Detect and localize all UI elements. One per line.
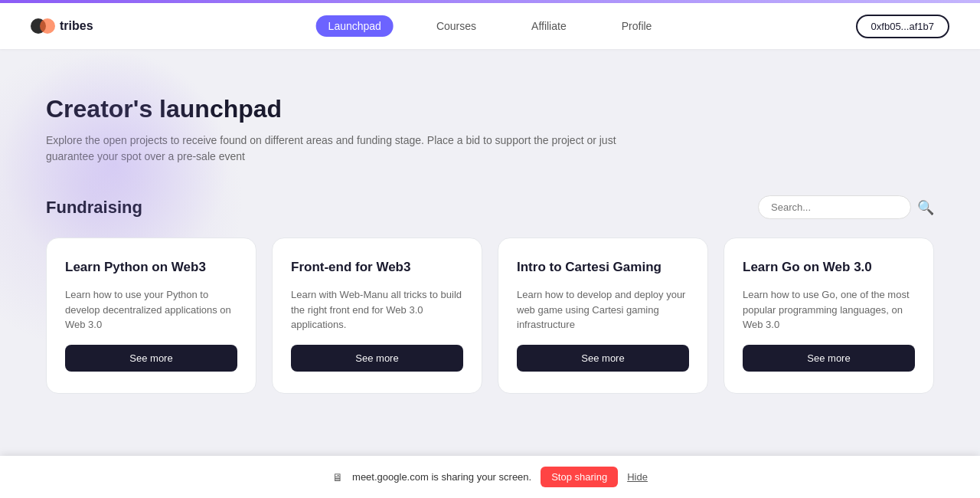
wallet-button[interactable]: 0xfb05...af1b7 [856,15,949,38]
search-input[interactable] [758,195,911,219]
card-1-see-more-button[interactable]: See more [65,345,237,372]
stop-sharing-button[interactable]: Stop sharing [541,467,618,487]
nav-link-profile[interactable]: Profile [609,15,665,37]
card-4-see-more-button[interactable]: See more [743,345,915,372]
section-header: Fundraising 🔍 [46,195,934,219]
nav-links: Launchpad Courses Affiliate Profile [316,15,665,37]
card-3-description: Learn how to develop and deploy your web… [517,287,689,333]
card-2-title: Front-end for Web3 [291,260,463,275]
fundraising-section: Fundraising 🔍 Learn Python on Web3 Learn… [0,188,980,424]
card-4: Learn Go on Web 3.0 Learn how to use Go,… [724,238,934,394]
card-4-title: Learn Go on Web 3.0 [743,260,915,275]
section-title: Fundraising [46,198,142,218]
card-3-see-more-button[interactable]: See more [517,345,689,372]
card-3: Intro to Cartesi Gaming Learn how to dev… [498,238,708,394]
notification-text: meet.google.com is sharing your screen. [352,471,531,483]
card-3-title: Intro to Cartesi Gaming [517,260,689,275]
notification-bar: 🖥 meet.google.com is sharing your screen… [0,456,980,498]
search-icon[interactable]: 🔍 [917,199,934,216]
card-4-description: Learn how to use Go, one of the most pop… [743,287,915,333]
card-1-description: Learn how to use your Python to develop … [65,287,237,333]
nav-link-launchpad[interactable]: Launchpad [316,15,394,37]
svg-point-1 [40,18,55,34]
hero-title: Creator's launchpad [46,95,934,123]
logo-icon [31,14,55,38]
card-2-description: Learn with Web-Manu all tricks to build … [291,287,463,333]
nav-link-affiliate[interactable]: Affiliate [519,15,579,37]
screen-share-icon: 🖥 [332,471,343,483]
hero-section: Creator's launchpad Explore the open pro… [0,49,980,188]
card-1-title: Learn Python on Web3 [65,260,237,275]
card-1: Learn Python on Web3 Learn how to use yo… [46,238,256,394]
cards-grid: Learn Python on Web3 Learn how to use yo… [46,238,934,394]
navbar: tribes Launchpad Courses Affiliate Profi… [0,3,980,49]
search-box: 🔍 [758,195,934,219]
card-2: Front-end for Web3 Learn with Web-Manu a… [272,238,482,394]
card-2-see-more-button[interactable]: See more [291,345,463,372]
logo-text: tribes [60,19,93,33]
hero-subtitle: Explore the open projects to receive fou… [46,133,620,165]
logo: tribes [31,14,93,38]
nav-link-courses[interactable]: Courses [424,15,488,37]
hide-link[interactable]: Hide [627,471,648,483]
